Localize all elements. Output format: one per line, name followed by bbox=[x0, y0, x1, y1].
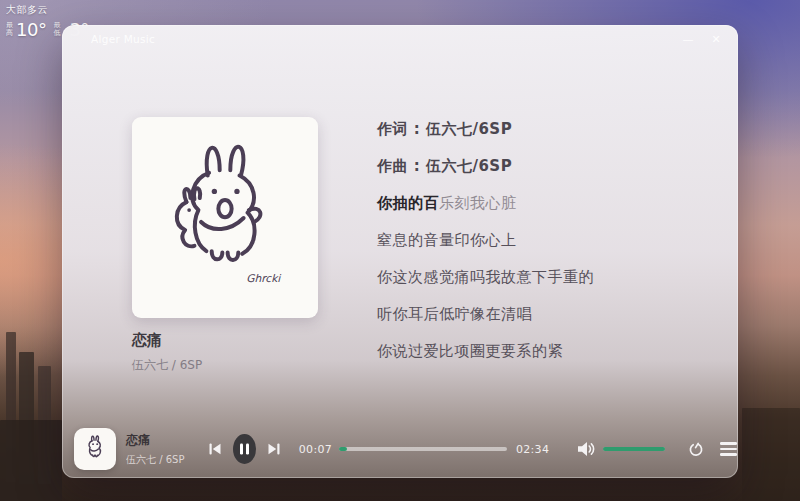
current-time: 00:07 bbox=[298, 443, 332, 456]
lyric-line[interactable]: 你这次感觉痛吗我故意下手重的 bbox=[377, 259, 722, 296]
hamburger-icon bbox=[720, 442, 737, 444]
weather-high-label: 最高 bbox=[6, 22, 15, 37]
pause-button[interactable] bbox=[233, 434, 256, 464]
song-title: 恋痛 bbox=[132, 331, 318, 350]
previous-track-button[interactable] bbox=[208, 442, 222, 456]
lyric-line-composer[interactable]: 作曲 : 伍六七/6SP bbox=[377, 148, 722, 185]
volume-slider[interactable] bbox=[603, 447, 665, 451]
bunny-artwork: Ghrcki bbox=[140, 125, 310, 311]
lyric-line-active[interactable]: 你抽的百乐刻我心脏 bbox=[377, 185, 722, 222]
lyric-unsung-text: 乐刻我心脏 bbox=[439, 194, 517, 213]
close-button[interactable]: ✕ bbox=[708, 30, 724, 48]
loop-circle-icon bbox=[688, 442, 703, 457]
playing-track-title: 恋痛 bbox=[126, 432, 208, 449]
progress-fill bbox=[339, 447, 347, 451]
speaker-icon bbox=[576, 440, 595, 458]
lyrics-panel: 作词 : 伍六七/6SP 作曲 : 伍六七/6SP 你抽的百乐刻我心脏 窒息的音… bbox=[377, 111, 722, 370]
weather-high-temp: 10° bbox=[16, 19, 46, 40]
album-cover[interactable]: Ghrcki bbox=[132, 117, 318, 318]
play-mode-button[interactable] bbox=[688, 442, 703, 457]
artist-signature: Ghrcki bbox=[246, 271, 281, 284]
titlebar[interactable]: Alger Music — ✕ bbox=[62, 25, 738, 55]
minimize-button[interactable]: — bbox=[680, 30, 696, 48]
app-title: Alger Music bbox=[91, 33, 155, 45]
playlist-queue-button[interactable] bbox=[720, 442, 737, 456]
song-artist: 伍六七 / 6SP bbox=[132, 357, 318, 374]
pause-icon bbox=[239, 443, 250, 455]
player-bar: 恋痛 伍六七 / 6SP 00:07 02:34 bbox=[62, 420, 738, 478]
playing-track-artist: 伍六七 / 6SP bbox=[126, 453, 208, 467]
skip-previous-icon bbox=[208, 442, 222, 456]
lyric-sung-text: 你抽的百 bbox=[377, 194, 439, 213]
lyric-line[interactable]: 窒息的音量印你心上 bbox=[377, 222, 722, 259]
music-app-window: Alger Music — ✕ bbox=[62, 25, 738, 478]
lyric-line[interactable]: 听你耳后低咛像在清唱 bbox=[377, 296, 722, 333]
lyric-line[interactable]: 你说过爱比项圈更要系的紧 bbox=[377, 333, 722, 370]
progress-bar[interactable] bbox=[339, 447, 507, 451]
skyline-building bbox=[0, 420, 62, 501]
bunny-thumbnail-icon bbox=[80, 432, 110, 466]
lyric-line-lyricist[interactable]: 作词 : 伍六七/6SP bbox=[377, 111, 722, 148]
volume-button[interactable] bbox=[576, 440, 595, 458]
skyline-building bbox=[742, 408, 800, 501]
next-track-button[interactable] bbox=[267, 442, 281, 456]
weather-condition: 大部多云 bbox=[6, 3, 89, 17]
volume-fill bbox=[603, 447, 665, 451]
total-time: 02:34 bbox=[516, 443, 550, 456]
skip-next-icon bbox=[267, 442, 281, 456]
mini-album-cover[interactable] bbox=[74, 428, 116, 470]
